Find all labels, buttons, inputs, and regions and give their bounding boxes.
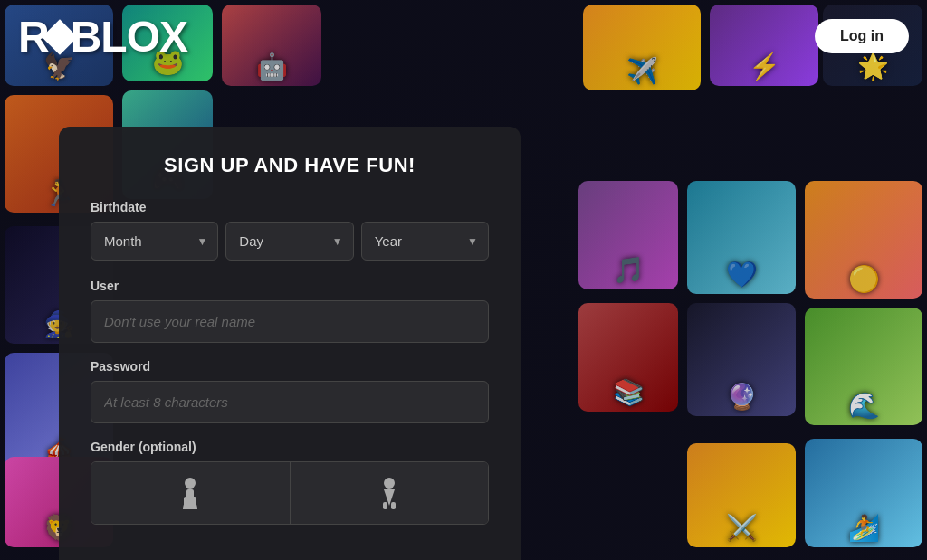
header: RBLOX Log in xyxy=(0,0,927,72)
female-person-svg xyxy=(378,477,400,509)
day-wrapper: Day ▼ xyxy=(225,222,353,261)
month-select[interactable]: Month January February March April May J… xyxy=(91,222,218,261)
svg-rect-3 xyxy=(192,497,196,509)
male-icon xyxy=(179,477,201,509)
logo: RBLOX xyxy=(18,12,187,62)
svg-point-4 xyxy=(384,478,395,489)
gender-group: Gender (optional) xyxy=(91,440,489,525)
day-select[interactable]: Day xyxy=(225,222,353,261)
password-input[interactable] xyxy=(91,381,489,423)
username-label: User xyxy=(91,279,489,293)
male-person-svg xyxy=(179,477,201,509)
birthdate-row: Month January February March April May J… xyxy=(91,222,489,261)
username-input[interactable] xyxy=(91,300,489,343)
gender-male-button[interactable] xyxy=(91,462,291,524)
svg-rect-2 xyxy=(184,497,188,509)
svg-rect-5 xyxy=(383,502,387,509)
svg-rect-6 xyxy=(391,502,396,509)
username-group: User xyxy=(91,279,489,343)
logo-diamond xyxy=(42,19,78,55)
signup-panel: SIGN UP AND HAVE FUN! Birthdate Month Ja… xyxy=(59,127,521,560)
birthdate-group: Birthdate Month January February March A… xyxy=(91,200,489,261)
gender-row xyxy=(91,461,489,525)
birthdate-label: Birthdate xyxy=(91,200,489,214)
year-select[interactable]: Year xyxy=(361,222,489,261)
year-wrapper: Year ▼ xyxy=(361,222,489,261)
gender-label: Gender (optional) xyxy=(91,440,489,454)
logo-text: RBLOX xyxy=(18,12,187,62)
signup-title: SIGN UP AND HAVE FUN! xyxy=(91,154,489,177)
password-group: Password xyxy=(91,359,489,423)
login-button[interactable]: Log in xyxy=(815,19,909,53)
password-label: Password xyxy=(91,359,489,374)
gender-female-button[interactable] xyxy=(291,462,489,524)
svg-point-0 xyxy=(185,478,196,489)
female-icon xyxy=(378,477,400,509)
month-wrapper: Month January February March April May J… xyxy=(91,222,218,261)
